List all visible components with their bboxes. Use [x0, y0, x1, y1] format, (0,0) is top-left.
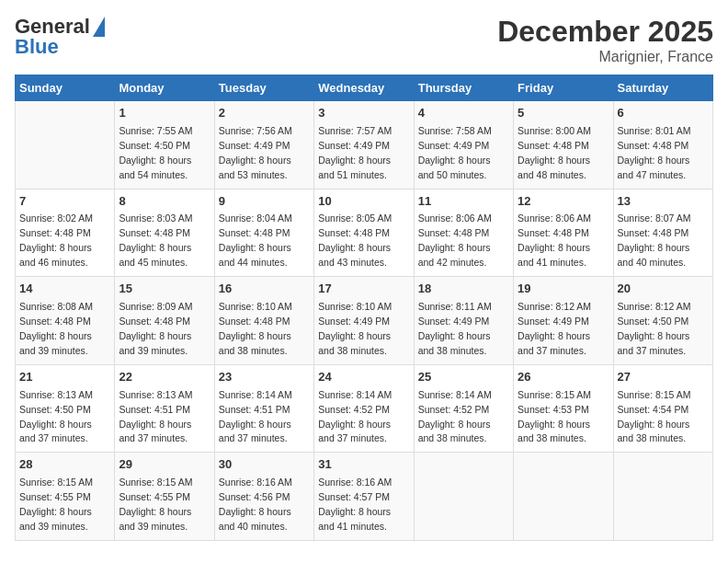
- calendar-cell: 2Sunrise: 7:56 AM Sunset: 4:49 PM Daylig…: [214, 101, 313, 190]
- day-info: Sunrise: 8:00 AM Sunset: 4:48 PM Dayligh…: [518, 125, 591, 180]
- calendar-week-row: 28Sunrise: 8:15 AM Sunset: 4:55 PM Dayli…: [16, 453, 713, 541]
- calendar-cell: 3Sunrise: 7:57 AM Sunset: 4:49 PM Daylig…: [314, 101, 414, 190]
- day-number: 16: [219, 281, 310, 298]
- weekday-header-friday: Friday: [514, 75, 613, 101]
- day-info: Sunrise: 8:12 AM Sunset: 4:49 PM Dayligh…: [518, 301, 591, 356]
- calendar-cell: 30Sunrise: 8:16 AM Sunset: 4:56 PM Dayli…: [214, 453, 313, 541]
- day-number: 20: [618, 281, 709, 298]
- calendar-cell: 1Sunrise: 7:55 AM Sunset: 4:50 PM Daylig…: [115, 101, 214, 190]
- day-number: 12: [518, 193, 609, 211]
- calendar-cell: 31Sunrise: 8:16 AM Sunset: 4:57 PM Dayli…: [314, 453, 414, 541]
- day-info: Sunrise: 8:16 AM Sunset: 4:56 PM Dayligh…: [219, 477, 292, 532]
- day-info: Sunrise: 8:07 AM Sunset: 4:48 PM Dayligh…: [618, 213, 691, 268]
- day-info: Sunrise: 8:06 AM Sunset: 4:48 PM Dayligh…: [418, 213, 492, 268]
- page-subtitle: Marignier, France: [497, 49, 713, 65]
- day-info: Sunrise: 7:57 AM Sunset: 4:49 PM Dayligh…: [318, 125, 392, 180]
- calendar-cell: [414, 453, 513, 541]
- day-number: 26: [518, 369, 609, 386]
- day-info: Sunrise: 8:06 AM Sunset: 4:48 PM Dayligh…: [518, 213, 591, 268]
- day-info: Sunrise: 8:11 AM Sunset: 4:49 PM Dayligh…: [418, 301, 492, 356]
- calendar-cell: 12Sunrise: 8:06 AM Sunset: 4:48 PM Dayli…: [514, 189, 613, 277]
- day-number: 25: [418, 369, 509, 386]
- day-number: 2: [219, 105, 310, 122]
- day-info: Sunrise: 8:15 AM Sunset: 4:54 PM Dayligh…: [618, 389, 691, 444]
- weekday-header-sunday: Sunday: [16, 75, 115, 101]
- day-info: Sunrise: 8:12 AM Sunset: 4:50 PM Dayligh…: [618, 301, 691, 356]
- calendar-cell: 27Sunrise: 8:15 AM Sunset: 4:54 PM Dayli…: [613, 364, 712, 453]
- day-info: Sunrise: 8:10 AM Sunset: 4:49 PM Dayligh…: [318, 301, 392, 356]
- day-number: 31: [318, 456, 409, 474]
- day-info: Sunrise: 8:15 AM Sunset: 4:53 PM Dayligh…: [518, 389, 591, 444]
- day-info: Sunrise: 8:15 AM Sunset: 4:55 PM Dayligh…: [119, 477, 192, 532]
- day-info: Sunrise: 8:08 AM Sunset: 4:48 PM Dayligh…: [19, 301, 93, 356]
- page-title: December 2025: [497, 15, 713, 49]
- calendar-cell: 11Sunrise: 8:06 AM Sunset: 4:48 PM Dayli…: [414, 189, 513, 277]
- calendar-cell: [16, 101, 115, 190]
- day-info: Sunrise: 8:13 AM Sunset: 4:51 PM Dayligh…: [119, 389, 192, 444]
- calendar-cell: 21Sunrise: 8:13 AM Sunset: 4:50 PM Dayli…: [16, 364, 115, 453]
- calendar-cell: 22Sunrise: 8:13 AM Sunset: 4:51 PM Dayli…: [115, 364, 214, 453]
- day-number: 23: [219, 369, 310, 386]
- day-number: 14: [19, 281, 110, 298]
- page-header: General Blue December 2025 Marignier, Fr…: [15, 15, 713, 65]
- title-block: December 2025 Marignier, France: [497, 15, 713, 65]
- calendar-cell: 17Sunrise: 8:10 AM Sunset: 4:49 PM Dayli…: [314, 277, 414, 365]
- day-number: 9: [219, 193, 310, 211]
- calendar-cell: 20Sunrise: 8:12 AM Sunset: 4:50 PM Dayli…: [613, 277, 712, 365]
- calendar-cell: 5Sunrise: 8:00 AM Sunset: 4:48 PM Daylig…: [514, 101, 613, 190]
- calendar-table: SundayMondayTuesdayWednesdayThursdayFrid…: [15, 75, 713, 541]
- day-number: 4: [418, 105, 509, 122]
- weekday-header-thursday: Thursday: [414, 75, 513, 101]
- calendar-cell: [613, 453, 712, 541]
- day-number: 10: [318, 193, 409, 211]
- day-info: Sunrise: 8:09 AM Sunset: 4:48 PM Dayligh…: [119, 301, 192, 356]
- day-info: Sunrise: 8:14 AM Sunset: 4:51 PM Dayligh…: [219, 389, 292, 444]
- calendar-cell: 23Sunrise: 8:14 AM Sunset: 4:51 PM Dayli…: [214, 364, 313, 453]
- day-info: Sunrise: 8:01 AM Sunset: 4:48 PM Dayligh…: [618, 125, 691, 180]
- day-number: 15: [119, 281, 210, 298]
- day-info: Sunrise: 7:56 AM Sunset: 4:49 PM Dayligh…: [219, 125, 292, 180]
- day-number: 22: [119, 369, 210, 386]
- day-number: 30: [219, 456, 310, 474]
- calendar-cell: 19Sunrise: 8:12 AM Sunset: 4:49 PM Dayli…: [514, 277, 613, 365]
- calendar-cell: 25Sunrise: 8:14 AM Sunset: 4:52 PM Dayli…: [414, 364, 513, 453]
- calendar-cell: 4Sunrise: 7:58 AM Sunset: 4:49 PM Daylig…: [414, 101, 513, 190]
- day-info: Sunrise: 8:05 AM Sunset: 4:48 PM Dayligh…: [318, 213, 392, 268]
- day-number: 27: [618, 369, 709, 386]
- calendar-week-row: 1Sunrise: 7:55 AM Sunset: 4:50 PM Daylig…: [16, 101, 713, 190]
- day-number: 28: [19, 456, 110, 474]
- day-number: 11: [418, 193, 509, 211]
- calendar-cell: 24Sunrise: 8:14 AM Sunset: 4:52 PM Dayli…: [314, 364, 414, 453]
- calendar-cell: 16Sunrise: 8:10 AM Sunset: 4:48 PM Dayli…: [214, 277, 313, 365]
- day-info: Sunrise: 8:04 AM Sunset: 4:48 PM Dayligh…: [219, 213, 292, 268]
- calendar-cell: 6Sunrise: 8:01 AM Sunset: 4:48 PM Daylig…: [613, 101, 712, 190]
- calendar-cell: 29Sunrise: 8:15 AM Sunset: 4:55 PM Dayli…: [115, 453, 214, 541]
- weekday-header-monday: Monday: [115, 75, 214, 101]
- logo-blue: Blue: [15, 35, 59, 59]
- day-info: Sunrise: 8:14 AM Sunset: 4:52 PM Dayligh…: [318, 389, 392, 444]
- day-info: Sunrise: 8:10 AM Sunset: 4:48 PM Dayligh…: [219, 301, 292, 356]
- day-number: 5: [518, 105, 609, 122]
- calendar-cell: 13Sunrise: 8:07 AM Sunset: 4:48 PM Dayli…: [613, 189, 712, 277]
- calendar-cell: 26Sunrise: 8:15 AM Sunset: 4:53 PM Dayli…: [514, 364, 613, 453]
- day-number: 29: [119, 456, 210, 474]
- day-info: Sunrise: 7:58 AM Sunset: 4:49 PM Dayligh…: [418, 125, 492, 180]
- day-number: 13: [618, 193, 709, 211]
- day-number: 7: [19, 193, 110, 211]
- day-info: Sunrise: 8:16 AM Sunset: 4:57 PM Dayligh…: [318, 477, 392, 532]
- day-number: 3: [318, 105, 409, 122]
- day-info: Sunrise: 8:15 AM Sunset: 4:55 PM Dayligh…: [19, 477, 93, 532]
- calendar-cell: 15Sunrise: 8:09 AM Sunset: 4:48 PM Dayli…: [115, 277, 214, 365]
- day-number: 17: [318, 281, 409, 298]
- day-number: 19: [518, 281, 609, 298]
- calendar-cell: 8Sunrise: 8:03 AM Sunset: 4:48 PM Daylig…: [115, 189, 214, 277]
- calendar-week-row: 21Sunrise: 8:13 AM Sunset: 4:50 PM Dayli…: [16, 364, 713, 453]
- day-number: 18: [418, 281, 509, 298]
- weekday-header-tuesday: Tuesday: [214, 75, 313, 101]
- day-info: Sunrise: 8:14 AM Sunset: 4:52 PM Dayligh…: [418, 389, 492, 444]
- day-number: 1: [119, 105, 210, 122]
- day-number: 21: [19, 369, 110, 386]
- calendar-cell: 7Sunrise: 8:02 AM Sunset: 4:48 PM Daylig…: [16, 189, 115, 277]
- day-info: Sunrise: 8:03 AM Sunset: 4:48 PM Dayligh…: [119, 213, 192, 268]
- calendar-cell: 9Sunrise: 8:04 AM Sunset: 4:48 PM Daylig…: [214, 189, 313, 277]
